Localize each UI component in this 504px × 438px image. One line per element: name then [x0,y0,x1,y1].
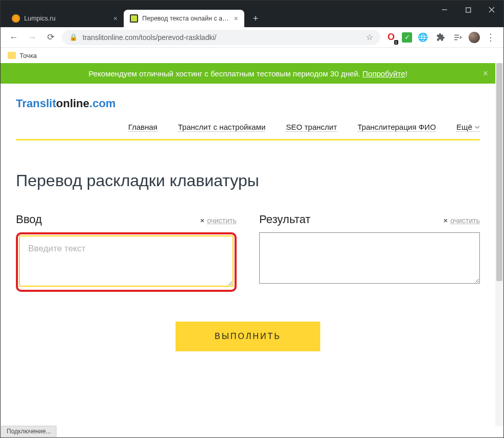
input-textarea[interactable] [19,235,234,287]
ext-opera-icon[interactable]: O1 [384,31,398,44]
reload-button[interactable]: ⟳ [44,30,58,45]
banner-link[interactable]: Попробуйте [362,69,405,78]
site-nav: Главная Транслит с настройками SEO транс… [16,123,480,137]
maximize-button[interactable] [456,1,480,19]
page-title: Перевод раскладки клавиатуры [16,171,480,190]
tab-strip: Lumpics.ru × Перевод текста онлайн с анг… [1,7,503,27]
clear-result-button[interactable]: × очистить [443,216,480,225]
favicon-icon [12,14,20,23]
bookmark-item[interactable]: Точка [20,52,37,59]
banner-text: Рекомендуем отличный хостинг с бесплатны… [88,69,407,78]
svg-rect-1 [466,8,471,12]
nav-fio[interactable]: Транслитерация ФИО [358,123,436,132]
tab-title: Lumpics.ru [24,15,110,22]
status-bar: Подключение... [1,426,56,437]
scrollbar-track[interactable] [495,63,503,426]
window-controls [433,1,503,19]
url-text: translitonline.com/tools/perevod-rasklad… [83,33,217,42]
tab-lumpics[interactable]: Lumpics.ru × [6,10,124,27]
close-icon: × [200,216,205,225]
ext-check-icon[interactable]: ✓ [402,32,412,43]
ext-globe-icon[interactable]: 🌐 [416,31,430,44]
tab-title: Перевод текста онлайн с англи [142,15,231,22]
nav-more[interactable]: Ещё [456,123,480,132]
profile-avatar[interactable] [469,32,480,43]
address-bar-row: ← → ⟳ 🔒 translitonline.com/tools/perevod… [1,27,503,48]
input-title: Ввод [16,213,42,226]
bookmark-star-icon[interactable]: ☆ [366,32,373,42]
chevron-down-icon [475,125,480,130]
favicon-icon [130,14,138,23]
clear-input-button[interactable]: × очистить [200,216,237,225]
input-panel: Ввод × очистить [16,213,237,292]
execute-button[interactable]: ВЫПОЛНИТЬ [176,322,320,351]
input-highlight [16,232,237,292]
close-window-button[interactable] [480,1,503,19]
result-textarea[interactable] [259,232,480,284]
bookmarks-bar: Точка [1,48,503,63]
result-title: Результат [259,213,311,226]
promo-banner: Рекомендуем отличный хостинг с бесплатны… [1,63,495,84]
window-titlebar [1,1,503,7]
nav-home[interactable]: Главная [128,123,158,132]
new-tab-button[interactable]: + [248,11,263,26]
close-tab-icon[interactable]: × [113,14,118,23]
panels: Ввод × очистить Результат × [16,213,480,292]
extensions-icon[interactable] [434,31,447,44]
folder-icon [8,52,16,59]
result-panel: Результат × очистить [259,213,480,292]
menu-button[interactable]: ⋮ [484,31,497,44]
minimize-button[interactable] [433,1,456,19]
reading-list-icon[interactable] [451,31,464,44]
url-bar[interactable]: 🔒 translitonline.com/tools/perevod-raskl… [62,30,380,45]
nav-settings[interactable]: Транслит с настройками [178,123,266,132]
site-logo[interactable]: Translitonline.com [16,97,480,110]
back-button[interactable]: ← [7,30,21,45]
nav-seo[interactable]: SEO транслит [286,123,337,132]
close-tab-icon[interactable]: × [234,14,238,23]
page-viewport: Рекомендуем отличный хостинг с бесплатны… [1,63,503,426]
lock-icon: 🔒 [69,33,77,41]
forward-button[interactable]: → [25,30,40,45]
tab-translit[interactable]: Перевод текста онлайн с англи × [124,10,244,27]
scrollbar-thumb[interactable] [496,63,502,281]
banner-close-icon[interactable]: × [482,68,488,79]
close-icon: × [443,216,448,225]
divider [16,139,480,141]
